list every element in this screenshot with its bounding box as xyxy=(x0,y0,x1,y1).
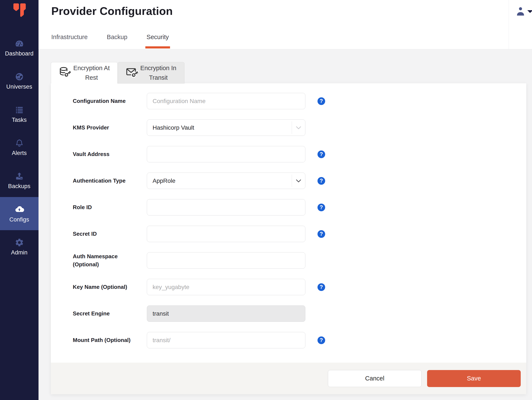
tab-label: Encryption In Transit xyxy=(140,63,177,82)
backup-upload-icon xyxy=(15,172,24,181)
field-row-mount-path: Mount Path (Optional) ? xyxy=(73,332,526,348)
tab-encryption-at-rest[interactable]: Encryption At Rest xyxy=(51,62,118,84)
field-row-key-name: Key Name (Optional) ? xyxy=(73,279,526,295)
database-key-icon xyxy=(59,66,72,80)
field-label: Mount Path (Optional) xyxy=(73,336,143,344)
tab-encryption-in-transit[interactable]: Encryption In Transit xyxy=(118,62,184,84)
chevron-down-icon xyxy=(292,121,305,134)
field-row-configuration-name: Configuration Name ? xyxy=(73,93,526,109)
sidebar-item-label: Admin xyxy=(11,249,28,256)
field-label: Secret Engine xyxy=(73,310,143,318)
field-label: Key Name (Optional) xyxy=(73,283,143,291)
sidebar-item-label: Universes xyxy=(6,84,32,90)
cancel-button[interactable]: Cancel xyxy=(328,370,422,387)
chevron-down-icon xyxy=(292,174,305,187)
sidebar-item-admin[interactable]: Admin xyxy=(0,230,38,263)
yugabyte-logo-icon[interactable] xyxy=(0,3,38,22)
help-icon[interactable]: ? xyxy=(317,204,325,211)
provider-configuration-page: Dashboard Universes xyxy=(0,0,532,400)
field-row-secret-engine: Secret Engine xyxy=(73,305,526,322)
sidebar-item-label: Dashboard xyxy=(5,50,34,57)
help-icon[interactable]: ? xyxy=(317,230,325,238)
field-row-role-id: Role ID ? xyxy=(73,199,526,215)
sidebar-item-label: Tasks xyxy=(12,117,27,123)
encryption-at-rest-panel: Configuration Name ? KMS Provider Hashic… xyxy=(51,83,526,394)
sidebar-item-dashboard[interactable]: Dashboard xyxy=(0,31,38,64)
help-spacer xyxy=(317,310,325,318)
kms-config-form: Configuration Name ? KMS Provider Hashic… xyxy=(51,83,526,348)
header-tabs: Infrastructure Backup Security xyxy=(51,34,169,49)
gauge-icon xyxy=(15,39,24,48)
help-icon[interactable]: ? xyxy=(317,97,325,105)
content-area: Encryption At Rest xyxy=(38,49,532,400)
sidebar-item-label: Alerts xyxy=(12,150,27,156)
header-divider xyxy=(509,0,509,49)
tab-infrastructure[interactable]: Infrastructure xyxy=(51,34,88,49)
task-list-icon xyxy=(15,105,24,115)
selected-value: AppRole xyxy=(147,178,292,184)
field-label: KMS Provider xyxy=(73,124,143,132)
secret-engine-input xyxy=(147,305,305,322)
tab-label: Encryption At Rest xyxy=(73,63,110,82)
save-button[interactable]: Save xyxy=(427,370,521,387)
secret-id-input[interactable] xyxy=(147,226,305,242)
help-icon[interactable]: ? xyxy=(317,336,325,344)
sidebar-item-tasks[interactable]: Tasks xyxy=(0,98,38,131)
sidebar-nav: Dashboard Universes xyxy=(0,31,38,263)
field-label: Auth Namespace (Optional) xyxy=(73,252,143,268)
field-row-secret-id: Secret ID ? xyxy=(73,226,526,242)
sidebar: Dashboard Universes xyxy=(0,0,38,400)
kms-provider-select[interactable]: Hashicorp Vault xyxy=(147,119,305,136)
sidebar-item-label: Configs xyxy=(9,216,29,223)
help-spacer xyxy=(317,257,325,265)
configuration-name-input[interactable] xyxy=(147,93,305,109)
envelope-key-icon xyxy=(126,66,139,80)
header: Provider Configuration Infrastructure Ba… xyxy=(38,0,532,49)
field-label: Configuration Name xyxy=(73,97,143,105)
sidebar-item-backups[interactable]: Backups xyxy=(0,164,38,197)
field-row-vault-address: Vault Address ? xyxy=(73,146,526,162)
field-row-authentication-type: Authentication Type AppRole ? xyxy=(73,172,526,189)
globe-icon xyxy=(15,72,24,81)
user-icon xyxy=(515,6,526,17)
tab-backup[interactable]: Backup xyxy=(107,34,127,49)
key-name-input[interactable] xyxy=(147,279,305,295)
form-footer: Cancel Save xyxy=(51,363,526,394)
auth-namespace-input[interactable] xyxy=(147,252,305,269)
sidebar-item-label: Backups xyxy=(8,183,31,190)
field-label: Secret ID xyxy=(73,230,143,238)
mount-path-input[interactable] xyxy=(147,332,305,348)
gear-icon xyxy=(15,238,24,247)
help-icon[interactable]: ? xyxy=(317,177,325,185)
help-icon[interactable]: ? xyxy=(317,283,325,291)
field-label: Vault Address xyxy=(73,150,143,158)
field-label: Role ID xyxy=(73,203,143,211)
role-id-input[interactable] xyxy=(147,199,305,215)
encryption-tabs: Encryption At Rest xyxy=(51,62,184,84)
cloud-upload-icon xyxy=(14,204,24,214)
chevron-down-icon xyxy=(527,10,532,13)
bell-icon xyxy=(15,138,24,148)
sidebar-item-alerts[interactable]: Alerts xyxy=(0,131,38,164)
authentication-type-select[interactable]: AppRole xyxy=(147,172,305,189)
field-label: Authentication Type xyxy=(73,177,143,185)
field-row-auth-namespace: Auth Namespace (Optional) xyxy=(73,252,526,269)
page-title: Provider Configuration xyxy=(51,5,173,18)
tab-security[interactable]: Security xyxy=(147,34,169,49)
sidebar-item-configs[interactable]: Configs xyxy=(0,197,38,230)
field-row-kms-provider: KMS Provider Hashicorp Vault xyxy=(73,119,526,136)
help-icon[interactable]: ? xyxy=(317,150,325,158)
vault-address-input[interactable] xyxy=(147,146,305,162)
selected-value: Hashicorp Vault xyxy=(147,124,292,131)
user-menu[interactable] xyxy=(513,0,532,25)
sidebar-item-universes[interactable]: Universes xyxy=(0,64,38,98)
